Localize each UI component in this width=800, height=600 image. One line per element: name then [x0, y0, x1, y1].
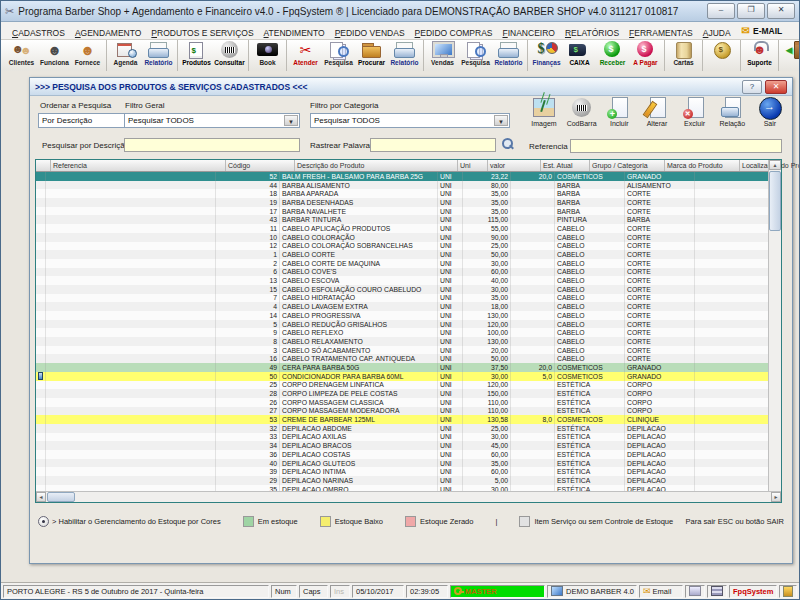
toolbar-button-suporte[interactable]: Suporte: [743, 40, 776, 72]
toolbar-button-pesquisa[interactable]: Pesquisa: [459, 40, 492, 72]
menu-item-produtos-e-servi-os[interactable]: PRODUTOS E SERVIÇOS: [146, 26, 258, 40]
table-row[interactable]: 6CABELO COVE'SUNI60,00CABELOCORTE: [36, 268, 768, 277]
table-row[interactable]: 52BALM FRESH - BALSAMO PARA BARBA 25GUNI…: [36, 172, 768, 181]
toolbar-button-coin[interactable]: [705, 40, 738, 72]
table-row[interactable]: 2CABELO CORTE DE MAQUINAUNI30,00CABELOCO…: [36, 259, 768, 268]
scroll-right-icon[interactable]: ►: [771, 492, 781, 502]
table-row[interactable]: 16CABELO TRATAMENTO CAP. ANTIQUEDAUNI50,…: [36, 354, 768, 363]
table-row[interactable]: 32DEPILACAO ABDOMEUNI25,00ESTÉTICADEPILA…: [36, 424, 768, 433]
status-print-button[interactable]: [685, 585, 705, 598]
toolbar-button-cartas[interactable]: Cartas: [667, 40, 700, 72]
toolbar-button-receber[interactable]: Receber: [596, 40, 629, 72]
help-button[interactable]: ?: [742, 80, 762, 94]
table-row[interactable]: 53CREME DE BARBEAR 125MLUNI130,588,0COSM…: [36, 415, 768, 424]
table-row[interactable]: 27CORPO MASSAGEM MODERADORAUNI110,00ESTÉ…: [36, 407, 768, 416]
toolbar-button-caixa[interactable]: CAIXA: [563, 40, 596, 72]
action-button-incluir[interactable]: Incluir: [602, 97, 636, 127]
toolbar-button-relat-rio[interactable]: Relatório: [492, 40, 525, 72]
status-network-button[interactable]: [707, 585, 727, 598]
status-email-button[interactable]: ✉Email: [639, 585, 683, 598]
menu-item-financeiro[interactable]: FINANCEIRO: [498, 26, 560, 40]
menu-item-email[interactable]: ✉ E-MAIL: [738, 25, 787, 36]
table-row[interactable]: 10CABELO COLORAÇÃOUNI90,00CABELOCORTE: [36, 233, 768, 242]
table-row[interactable]: 25CORPO DRENAGEM LINFATICAUNI120,00ESTÉT…: [36, 381, 768, 390]
horizontal-scrollbar[interactable]: ◄ ►: [36, 491, 781, 502]
pesquisar-descricao-input[interactable]: [124, 138, 300, 152]
toolbar-button-finan-as[interactable]: Finanças: [530, 40, 563, 72]
table-row[interactable]: 11CABELO APLICAÇÃO PRODUTOSUNI55,00CABEL…: [36, 224, 768, 233]
toolbar-button-funciona[interactable]: Funciona: [38, 40, 71, 72]
table-row[interactable]: 40DEPILACAO GLUTEOSUNI35,00ESTÉTICADEPIL…: [36, 459, 768, 468]
toolbar-button-clientes[interactable]: Clientes: [5, 40, 38, 72]
table-row[interactable]: 33DEPILACAO AXILASUNI30,00ESTÉTICADEPILA…: [36, 433, 768, 442]
rastrear-input[interactable]: [370, 138, 496, 152]
column-header-est-atual[interactable]: Est. Atual: [541, 160, 590, 171]
action-button-imagem[interactable]: Imagem: [527, 97, 561, 127]
horizontal-scroll-thumb[interactable]: [47, 492, 75, 502]
table-row[interactable]: 14CABELO PROGRESSIVAUNI130,00CABELOCORTE: [36, 311, 768, 320]
table-row[interactable]: 15CABELO ESFOLIAÇÃO COURO CABELUDOUNI30,…: [36, 285, 768, 294]
filtro-categoria-select[interactable]: Pesquisar TODOS: [310, 113, 510, 128]
table-row[interactable]: 7CABELO HIDRATAÇÃOUNI35,00CABELOCORTE: [36, 294, 768, 303]
action-button-alterar[interactable]: Alterar: [640, 97, 674, 127]
restore-button[interactable]: ❐: [737, 3, 765, 19]
column-header-c-digo[interactable]: Código: [226, 160, 295, 171]
column-header-marca-do-produto[interactable]: Marca do Produto: [665, 160, 740, 171]
menu-item-ferramentas[interactable]: FERRAMENTAS: [624, 26, 698, 40]
table-row[interactable]: 44BARBA ALISAMENTOUNI80,00BARBAALISAMENT…: [36, 181, 768, 190]
filtro-geral-select[interactable]: Pesquisar TODOS: [124, 113, 300, 128]
action-button-sair[interactable]: Sair: [753, 97, 787, 127]
menu-item-atendimento[interactable]: ATENDIMENTO: [259, 26, 330, 40]
column-header-descri-o-do-produto[interactable]: Descrição do Produto: [295, 160, 458, 171]
table-row[interactable]: 13CABELO ESCOVAUNI40,00CABELOCORTE: [36, 276, 768, 285]
search-icon[interactable]: [500, 137, 514, 151]
menu-item-agendamento[interactable]: AGENDAMENTO: [70, 26, 146, 40]
menu-item-cadastros[interactable]: CADASTROS: [7, 26, 70, 40]
scroll-up-icon[interactable]: ▲: [769, 160, 781, 170]
toolbar-button-produtos[interactable]: Produtos: [180, 40, 213, 72]
toolbar-button-agenda[interactable]: Agenda: [109, 40, 142, 72]
column-header-uni[interactable]: Uni: [458, 160, 488, 171]
vertical-scrollbar[interactable]: ▲: [768, 160, 781, 491]
table-row[interactable]: 49CERA PARA BARBA 50GUNI37,5020,0COSMETI…: [36, 363, 768, 372]
action-button-rela-o[interactable]: Relação: [715, 97, 749, 127]
column-header-grupo-categoria[interactable]: Grupo / Categoria: [590, 160, 665, 171]
table-row[interactable]: 43BARBAR TINTURAUNI115,00PINTURABARBA: [36, 215, 768, 224]
menu-item-pedido-compras[interactable]: PEDIDO COMPRAS: [410, 26, 498, 40]
table-row[interactable]: 39DEPILACAO INTIMAUNI60,00ESTÉTICADEPILA…: [36, 467, 768, 476]
toolbar-button-consultar[interactable]: Consultar: [213, 40, 246, 72]
table-row[interactable]: 19BARBA DESENHADASUNI35,00BARBACORTE: [36, 198, 768, 207]
table-row[interactable]: 34DEPILACAO BRACOSUNI45,00ESTÉTICADEPILA…: [36, 441, 768, 450]
table-row[interactable]: 18BARBA APARADAUNI35,00BARBACORTE: [36, 189, 768, 198]
toolbar-button-vendas[interactable]: Vendas: [426, 40, 459, 72]
table-row[interactable]: 9CABELO REFLEXOUNI100,00CABELOCORTE: [36, 328, 768, 337]
toolbar-button-exit[interactable]: [781, 40, 800, 72]
table-row[interactable]: 28CORPO LIMPEZA DE PELE COSTASUNI150,00E…: [36, 389, 768, 398]
toolbar-button-atender[interactable]: Atender: [289, 40, 322, 72]
table-row[interactable]: 1CABELO CORTEUNI50,00CABELOCORTE: [36, 250, 768, 259]
stock-colors-radio[interactable]: [38, 516, 49, 527]
menu-item-pedido-vendas[interactable]: PEDIDO VENDAS: [330, 26, 410, 40]
table-row[interactable]: 50CONDICIONADOR PARA BARBA 60MLUNI30,005…: [36, 372, 768, 381]
scroll-left-icon[interactable]: ◄: [36, 492, 46, 502]
table-row[interactable]: 26CORPO MASSAGEM CLASSICAUNI110,00ESTÉTI…: [36, 398, 768, 407]
column-header-referencia[interactable]: Referencia: [51, 160, 226, 171]
toolbar-button-procurar[interactable]: Procurar: [355, 40, 388, 72]
table-row[interactable]: 29DEPILACAO NARINASUNI5,00ESTÉTICADEPILA…: [36, 476, 768, 485]
toolbar-button-relat-rio[interactable]: Relatório: [388, 40, 421, 72]
menu-item-relat-rios[interactable]: RELATÓRIOS: [560, 26, 624, 40]
menu-item-ajuda[interactable]: AJUDA: [698, 26, 736, 40]
column-header-valor[interactable]: valor: [488, 160, 541, 171]
table-row[interactable]: 36DEPILACAO COSTASUNI60,00ESTÉTICADEPILA…: [36, 450, 768, 459]
vertical-scroll-thumb[interactable]: [769, 171, 781, 231]
action-button-codbarra[interactable]: CodBarra: [565, 97, 599, 127]
table-row[interactable]: 3CABELO SÓ ACABAMENTOUNI20,00CABELOCORTE: [36, 346, 768, 355]
toolbar-button-a-pagar[interactable]: A Pagar: [629, 40, 662, 72]
action-button-excluir[interactable]: Excluir: [678, 97, 712, 127]
table-row[interactable]: 4CABELO LAVAGEM EXTRAUNI18,00CABELOCORTE: [36, 302, 768, 311]
toolbar-button-book[interactable]: Book: [251, 40, 284, 72]
toolbar-button-relat-rio[interactable]: Relatório: [142, 40, 175, 72]
panel-close-button[interactable]: ✕: [765, 80, 787, 94]
table-row[interactable]: 12CABELO COLORAÇÃO SOBRANCELHASUNI25,00C…: [36, 242, 768, 251]
minimize-button[interactable]: –: [707, 3, 735, 19]
